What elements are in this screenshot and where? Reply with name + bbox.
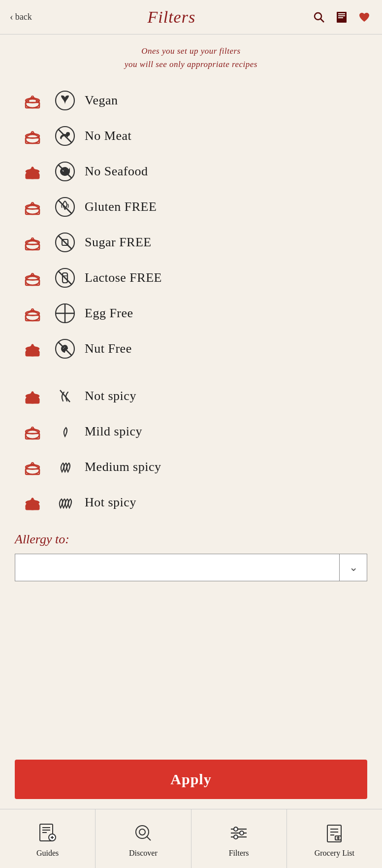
nav-item-guides[interactable]: Guides (0, 809, 96, 868)
filter-label-no-seafood: No Seafood (85, 164, 148, 179)
filter-label-mild-spicy: Mild spicy (85, 424, 142, 439)
hot-spicy-icon (53, 491, 77, 514)
page-title: Filters (147, 8, 195, 27)
filters-icon (226, 820, 252, 846)
svg-point-28 (26, 205, 39, 214)
filter-item-lactose-free[interactable]: Lactose FREE (15, 260, 367, 296)
back-button[interactable]: ‹ back (10, 11, 32, 23)
filter-item-gluten-free[interactable]: Gluten FREE (15, 189, 367, 225)
apply-button[interactable]: Apply (15, 760, 367, 799)
pot-icon-not-spicy (20, 383, 45, 409)
sugar-free-icon (53, 231, 77, 254)
filter-item-sugar-free[interactable]: Sugar FREE (15, 225, 367, 260)
pot-icon-nut-free (20, 336, 45, 362)
svg-point-0 (315, 13, 321, 20)
svg-point-79 (26, 466, 39, 474)
filter-item-vegan[interactable]: Vegan (15, 83, 367, 118)
filter-item-no-seafood[interactable]: No Seafood (15, 154, 367, 189)
svg-rect-3 (338, 13, 345, 14)
svg-point-18 (66, 132, 70, 136)
pot-icon-lactose-free (20, 265, 45, 291)
filter-label-medium-spicy: Medium spicy (85, 460, 161, 474)
search-icon[interactable] (311, 9, 327, 25)
medium-spicy-icon (53, 455, 77, 479)
svg-rect-85 (26, 505, 39, 510)
bottom-nav: Guides Discover Filters (0, 809, 382, 868)
nut-free-icon (53, 337, 77, 361)
filter-item-nut-free[interactable]: Nut Free (15, 331, 367, 367)
mild-spicy-icon (53, 420, 77, 443)
lactose-free-icon (53, 266, 77, 290)
filter-item-not-spicy[interactable]: Not spicy (15, 378, 367, 414)
nav-item-grocery-list[interactable]: Grocery List (287, 809, 382, 868)
allergy-dropdown[interactable]: ⌄ (15, 554, 367, 581)
pot-icon-vegan (20, 88, 45, 113)
allergy-label: Allergy to: (15, 532, 367, 547)
svg-point-24 (32, 167, 33, 169)
header-icons (311, 9, 372, 25)
svg-point-97 (139, 829, 145, 835)
svg-rect-105 (327, 825, 341, 842)
nav-label-filters: Filters (229, 849, 249, 858)
svg-point-6 (26, 99, 39, 108)
svg-point-43 (26, 276, 39, 285)
filter-label-sugar-free: Sugar FREE (85, 235, 152, 250)
allergy-chevron-icon[interactable]: ⌄ (339, 554, 367, 581)
svg-line-42 (58, 235, 72, 249)
svg-rect-4 (338, 15, 345, 16)
svg-rect-21 (26, 174, 39, 179)
nav-item-filters[interactable]: Filters (191, 809, 287, 868)
filter-label-not-spicy: Not spicy (85, 389, 136, 403)
guides-icon (35, 820, 61, 846)
svg-point-104 (234, 835, 238, 839)
discover-icon (130, 820, 156, 846)
filter-subtitle: Ones you set up your filters you will se… (15, 44, 367, 71)
filter-item-medium-spicy[interactable]: Medium spicy (15, 449, 367, 485)
pot-icon-no-meat (20, 123, 45, 149)
filter-label-nut-free: Nut Free (85, 341, 132, 356)
apply-section: Apply (0, 750, 382, 809)
svg-point-72 (32, 392, 33, 394)
svg-line-34 (58, 200, 72, 214)
svg-point-12 (26, 134, 39, 143)
svg-point-35 (26, 241, 39, 250)
svg-point-102 (234, 827, 238, 831)
svg-line-98 (147, 836, 151, 840)
nav-label-discover: Discover (129, 849, 158, 858)
nav-label-grocery-list: Grocery List (315, 849, 354, 858)
filter-label-hot-spicy: Hot spicy (85, 495, 136, 510)
nav-label-guides: Guides (36, 849, 59, 858)
svg-point-64 (32, 344, 33, 346)
grocery-list-icon (321, 820, 347, 846)
pot-icon-egg-free (20, 300, 45, 326)
filter-item-no-meat[interactable]: No Meat (15, 118, 367, 154)
svg-line-67 (58, 342, 72, 356)
spicy-filters-list: Not spicy Mild spicy (15, 378, 367, 520)
nav-item-discover[interactable]: Discover (96, 809, 191, 868)
filter-item-mild-spicy[interactable]: Mild spicy (15, 414, 367, 449)
book-icon[interactable] (334, 9, 350, 25)
allergy-input[interactable] (15, 563, 339, 573)
no-seafood-icon (53, 160, 77, 183)
allergy-section: Allergy to: ⌄ (15, 532, 367, 581)
svg-point-103 (240, 831, 244, 835)
svg-point-88 (32, 498, 33, 500)
filter-label-no-meat: No Meat (85, 129, 131, 143)
filter-item-egg-free[interactable]: Egg Free (15, 296, 367, 331)
svg-rect-69 (26, 399, 39, 403)
chevron-left-icon: ‹ (10, 11, 13, 23)
heart-icon[interactable] (356, 9, 372, 25)
filter-label-gluten-free: Gluten FREE (85, 200, 157, 214)
pot-icon-medium-spicy (20, 454, 45, 480)
filter-label-lactose-free: Lactose FREE (85, 270, 162, 285)
svg-rect-5 (338, 17, 343, 18)
filter-label-vegan: Vegan (85, 93, 118, 108)
svg-rect-61 (26, 351, 39, 356)
pot-icon-gluten-free (20, 194, 45, 220)
main-content: Ones you set up your filters you will se… (0, 34, 382, 750)
gluten-free-icon (53, 195, 77, 219)
filter-item-hot-spicy[interactable]: Hot spicy (15, 485, 367, 520)
egg-free-icon (53, 301, 77, 325)
svg-point-74 (26, 430, 39, 439)
filter-label-egg-free: Egg Free (85, 306, 133, 321)
